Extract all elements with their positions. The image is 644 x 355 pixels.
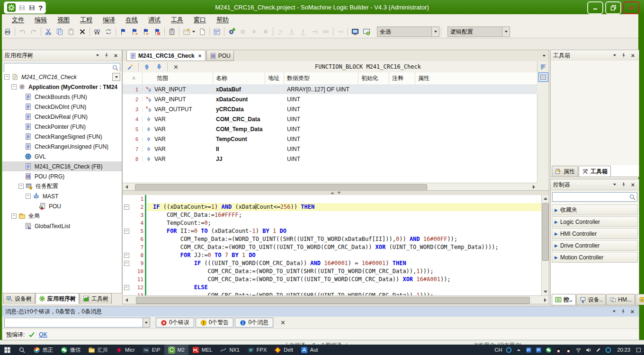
- panel-close-icon[interactable]: [629, 52, 636, 59]
- taskbar-item[interactable]: M2: [164, 345, 188, 355]
- tab-close-icon[interactable]: [197, 53, 202, 58]
- undo-button[interactable]: [17, 27, 28, 37]
- clock[interactable]: 20:23: [617, 347, 630, 353]
- tree-item[interactable]: −全局: [2, 211, 122, 221]
- print-button[interactable]: [2, 27, 13, 37]
- code-line[interactable]: 3 COM_CRC_Data:=16#FFFF;: [123, 211, 542, 219]
- controller-group[interactable]: ▶Motion Controller: [552, 252, 638, 263]
- declaration-row[interactable]: 5VARCOM_Temp_DataUINT: [123, 124, 537, 134]
- tree-item[interactable]: −Application (MyController : TM24: [2, 82, 122, 92]
- paste-button[interactable]: [65, 27, 77, 37]
- collapse-icon[interactable]: −: [26, 194, 31, 199]
- column-header[interactable]: 范围: [143, 72, 213, 84]
- column-header[interactable]: 初始化: [358, 72, 389, 84]
- menu-item[interactable]: 调试: [143, 16, 166, 24]
- flag-button[interactable]: [117, 27, 129, 37]
- collapse-icon[interactable]: −: [11, 213, 17, 219]
- tray-penguin[interactable]: [555, 347, 562, 353]
- taskbar-item[interactable]: [0, 345, 15, 355]
- code-line[interactable]: 1: [123, 195, 542, 203]
- flag-clear-button[interactable]: [152, 27, 163, 37]
- menu-item[interactable]: 视图: [52, 16, 75, 24]
- controller-search-input[interactable]: [552, 192, 637, 202]
- code-editor[interactable]: 1−2IF ((xDataCount>=1) AND (xDataCount<=…: [123, 195, 542, 295]
- declaration-row[interactable]: 8VARJJUINT: [123, 154, 537, 164]
- column-header[interactable]: 属性: [415, 72, 537, 84]
- code-line[interactable]: 7 COM_CRC_Data:=(WORD_TO_UINT((UINT_TO_W…: [123, 243, 542, 251]
- tree-item[interactable]: CheckRangeUnsigned (FUN): [2, 142, 122, 151]
- dock-tab[interactable]: 应用程序树: [36, 293, 79, 304]
- pin-icon[interactable]: [620, 181, 627, 188]
- collapse-icon[interactable]: −: [4, 74, 9, 80]
- column-header[interactable]: 地址: [265, 72, 284, 84]
- panel-close-icon[interactable]: [629, 181, 636, 188]
- code-hscrollbar[interactable]: [123, 295, 549, 304]
- tree-item[interactable]: −任务配置: [2, 181, 122, 191]
- minimize-button[interactable]: [587, 1, 603, 14]
- code-line[interactable]: −9 IF (((UINT_TO_WORD(COM_CRC_Data)) AND…: [123, 259, 542, 267]
- declaration-row[interactable]: 4VARCOM_CRC_DataUINT: [123, 114, 537, 124]
- tree-item[interactable]: −M241_CRC16_Check: [2, 72, 122, 82]
- menu-item[interactable]: 在线: [120, 16, 143, 24]
- tree-item[interactable]: GVL: [2, 151, 122, 161]
- tree-item[interactable]: CheckDivDInt (FUN): [2, 102, 122, 112]
- taskbar-item[interactable]: FPX: [243, 345, 270, 355]
- pin-icon[interactable]: [619, 308, 627, 315]
- code-line[interactable]: 11 COM_CRC_Data:=(WORD_TO_UINT((UINT_TO_…: [123, 275, 542, 284]
- tree-item[interactable]: POU (PRG): [2, 171, 122, 181]
- code-line[interactable]: −12 ELSE: [123, 284, 542, 292]
- menu-item[interactable]: 窗口: [188, 16, 211, 24]
- tray-volume[interactable]: [585, 347, 591, 353]
- tree-item[interactable]: M241_CRC16_Check (FB): [2, 161, 122, 171]
- menu-item[interactable]: 文件: [7, 16, 29, 24]
- menu-item[interactable]: 工具: [166, 16, 188, 24]
- code-line[interactable]: 10 COM_CRC_Data:=(WORD_TO_UINT(SHR((UINT…: [123, 267, 542, 275]
- tree-item[interactable]: CheckRangeSigned (FUN): [2, 132, 122, 142]
- select-all-combo[interactable]: 全选: [377, 27, 439, 37]
- chain-button[interactable]: [320, 27, 331, 37]
- step-over-button[interactable]: [275, 27, 286, 37]
- pc-primary-button[interactable]: [349, 27, 361, 37]
- fold-icon[interactable]: −: [124, 261, 129, 266]
- tray-pen[interactable]: [595, 347, 601, 353]
- message-filter-combo[interactable]: [4, 318, 150, 328]
- tree-search-input[interactable]: [4, 63, 120, 72]
- toolbox-tab[interactable]: 属性: [552, 166, 578, 177]
- taskbar-item[interactable]: [15, 345, 29, 355]
- tree-item[interactable]: CheckBounds (FUN): [2, 92, 122, 102]
- declaration-hscrollbar[interactable]: [123, 183, 537, 191]
- taskbar-item[interactable]: Delt: [270, 345, 297, 355]
- column-header[interactable]: 名称: [213, 72, 265, 84]
- pin-icon[interactable]: [103, 52, 110, 59]
- logout-button[interactable]: [237, 27, 249, 37]
- panel-menu-button[interactable]: [611, 181, 618, 188]
- delete-button[interactable]: [77, 27, 88, 37]
- precompile-status-link[interactable]: OK: [39, 331, 47, 338]
- close-button[interactable]: [623, 1, 639, 14]
- collapse-icon[interactable]: −: [11, 84, 17, 89]
- tree-dropdown-button[interactable]: [112, 73, 120, 81]
- panel-close-icon[interactable]: [112, 52, 119, 59]
- menu-item[interactable]: 编译: [98, 16, 120, 24]
- menu-item[interactable]: 工程: [75, 16, 98, 24]
- panel-menu-button[interactable]: [611, 52, 618, 59]
- tray-wechat-mini[interactable]: [546, 347, 552, 353]
- taskbar-item[interactable]: MEL: [188, 345, 216, 355]
- dock-tab[interactable]: 工具树: [80, 293, 112, 304]
- edit-declaration-button[interactable]: [125, 62, 136, 72]
- tree-item[interactable]: POU: [2, 201, 122, 211]
- fold-icon[interactable]: −: [124, 285, 129, 290]
- tray-penguin[interactable]: [565, 347, 572, 353]
- controller-tab[interactable]: 设备..: [576, 294, 606, 305]
- code-vscrollbar[interactable]: [541, 195, 549, 295]
- copy-button[interactable]: [54, 27, 65, 37]
- tray-chevron-up[interactable]: [516, 347, 522, 353]
- save-all-icon[interactable]: [28, 4, 36, 11]
- column-header[interactable]: 数据类型: [284, 72, 358, 84]
- code-line[interactable]: −8 FOR JJ:=0 TO 7 BY 1 DO: [123, 251, 542, 259]
- cut-button[interactable]: [43, 27, 54, 37]
- menu-item[interactable]: 编辑: [29, 16, 52, 24]
- controller-group[interactable]: ▶Logic Controller: [552, 216, 638, 227]
- toolbox-tab[interactable]: 工具箱: [579, 166, 611, 177]
- find-button[interactable]: [91, 27, 103, 37]
